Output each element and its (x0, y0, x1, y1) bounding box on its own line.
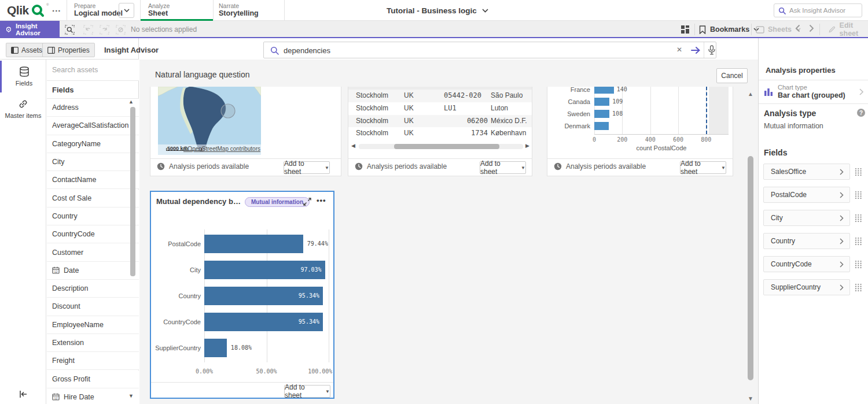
bar-chart-card[interactable]: 0200400600800France140Canada109Sweden108… (547, 87, 733, 176)
main-scrollbar-thumb[interactable] (748, 156, 753, 380)
qlik-logo[interactable]: Qlik ® (7, 3, 29, 18)
properties-toggle-button[interactable]: Properties (42, 43, 95, 57)
edit-sheet-button[interactable]: Edit sheet (829, 23, 868, 36)
field-chip-country[interactable]: Country (763, 233, 850, 249)
bar-postalcode[interactable] (204, 235, 303, 253)
add-to-sheet-button[interactable]: Add to sheet▼ (284, 385, 330, 398)
field-item-customer[interactable]: Customer (47, 243, 139, 261)
nav-prepare-dropdown[interactable] (119, 3, 134, 18)
global-search[interactable]: Ask Insight Advisor (774, 3, 862, 17)
nav-prepare[interactable]: Prepare Logical model (74, 2, 123, 18)
bar-suppliercountry[interactable] (204, 339, 227, 357)
field-chip-label: Country (771, 237, 840, 245)
clear-query-icon[interactable]: ✕ (676, 46, 682, 54)
rail-item-fields[interactable]: Fields (0, 61, 46, 92)
clear-selections-button[interactable] (113, 23, 127, 36)
field-item-label: Address (52, 103, 79, 112)
add-to-sheet-label: Add to sheet (285, 383, 322, 399)
fields-scrollbar-thumb[interactable] (130, 107, 135, 276)
sheets-label: Sheets (768, 25, 792, 34)
drag-handle-icon[interactable] (855, 168, 862, 179)
nlq-search-box[interactable]: dependencies ✕ (263, 42, 716, 58)
add-to-sheet-button[interactable]: Add to sheet▼ (284, 161, 330, 174)
search-assets-input[interactable]: Search assets (47, 60, 139, 81)
drag-handle-icon[interactable] (855, 260, 862, 271)
hscroll-right-arrow[interactable]: ▶ (525, 143, 529, 149)
drag-handle-icon[interactable] (855, 283, 862, 294)
field-item-label: Freight (52, 357, 75, 365)
map-chart-card[interactable]: 5000 km ©OpenStreetMap contributors Anal… (150, 87, 341, 176)
field-item-contactname[interactable]: ContactName (47, 171, 139, 189)
field-item-freight[interactable]: Freight (47, 352, 139, 370)
chart-suggestions-button[interactable] (678, 23, 692, 36)
prev-sheet-button[interactable] (795, 24, 800, 35)
field-item-country[interactable]: Country (47, 207, 139, 225)
field-chip-countrycode[interactable]: CountryCode (763, 256, 850, 272)
field-chip-suppliercountry[interactable]: SupplierCountry (763, 279, 850, 295)
table-cell: UK (404, 90, 442, 102)
bar-sweden[interactable] (594, 110, 609, 118)
field-item-address[interactable]: Address (47, 99, 139, 117)
map-chart[interactable]: 5000 km ©OpenStreetMap contributors (158, 87, 261, 155)
table-row[interactable]: StockholmUKLU1Luton (348, 102, 532, 115)
table-row[interactable]: StockholmUK05442-020São Paulo (348, 90, 532, 102)
microphone-icon[interactable] (708, 45, 715, 55)
redo-selection-button[interactable] (97, 23, 111, 36)
nav-narrate[interactable]: Narrate Storytelling (219, 2, 259, 18)
rail-item-master-items[interactable]: Master items (0, 94, 46, 123)
submit-query-icon[interactable] (691, 46, 700, 54)
smart-search-button[interactable] (62, 23, 76, 36)
field-item-city[interactable]: City (47, 153, 139, 171)
assets-panel-icon (11, 47, 19, 54)
field-item-gross-profit[interactable]: Gross Profit (47, 370, 139, 388)
bar-canada[interactable] (594, 98, 609, 106)
field-item-cost-of-sale[interactable]: Cost of Sale (47, 190, 139, 207)
field-item-description[interactable]: Description (47, 280, 139, 298)
bookmarks-button[interactable]: Bookmarks (699, 23, 759, 36)
table-row[interactable]: StockholmUK06200México D.F. (348, 115, 532, 128)
field-chip-salesoffice[interactable]: SalesOffice (763, 164, 850, 180)
drag-handle-icon[interactable] (855, 237, 862, 248)
bookmark-icon (699, 25, 706, 34)
undo-icon (83, 25, 93, 35)
field-item-hire-date[interactable]: 12Hire Date (47, 388, 139, 404)
main-scroll-down[interactable]: ▼ (748, 395, 753, 402)
mutual-dependency-card[interactable]: Mutual dependency bet... Mutual informat… (150, 191, 334, 399)
field-item-discount[interactable]: Discount (47, 298, 139, 316)
fields-scroll-up[interactable]: ▲ (128, 99, 134, 105)
table-row[interactable]: StockholmUK1734København (348, 127, 532, 140)
main-scroll-up[interactable]: ▲ (748, 91, 753, 97)
search-assets-placeholder: Search assets (52, 66, 98, 74)
bar-france[interactable] (594, 87, 614, 94)
field-chip-city[interactable]: City (763, 210, 850, 226)
bar-denmark[interactable] (594, 122, 609, 130)
collapse-panel-button[interactable] (17, 388, 29, 400)
chevron-right-icon (840, 261, 844, 268)
hscroll-left-arrow[interactable]: ◀ (351, 143, 355, 149)
table-chart-card[interactable]: StockholmUK05442-020São PauloStockholmUK… (348, 87, 532, 176)
hscroll-thumb[interactable] (394, 144, 499, 149)
field-item-extension[interactable]: Extension (47, 334, 139, 352)
drag-handle-icon[interactable] (855, 214, 862, 225)
map-attribution-link[interactable]: ©OpenStreetMap contributors (183, 146, 260, 152)
field-item-date[interactable]: 12Date (47, 262, 139, 280)
add-to-sheet-button[interactable]: Add to sheet▼ (480, 161, 526, 174)
undo-selection-button[interactable] (81, 23, 95, 36)
bookmarks-label: Bookmarks (710, 25, 749, 34)
add-to-sheet-button[interactable]: Add to sheet▼ (680, 161, 726, 174)
insight-advisor-button[interactable]: Insight Advisor (0, 21, 60, 38)
next-sheet-button[interactable] (809, 24, 814, 35)
cancel-button[interactable]: Cancel (716, 68, 748, 83)
field-item-categoryname[interactable]: CategoryName (47, 135, 139, 153)
field-item-countrycode[interactable]: CountryCode (47, 225, 139, 243)
field-item-employeename[interactable]: EmployeeName (47, 316, 139, 334)
drag-handle-icon[interactable] (855, 191, 862, 202)
field-item-averagecallsatisfaction[interactable]: AverageCallSatisfaction (47, 117, 139, 135)
logo-overflow-menu[interactable]: ... (52, 3, 61, 13)
sheets-button[interactable]: Sheets (756, 23, 801, 36)
field-chip-postalcode[interactable]: PostalCode (763, 187, 850, 203)
nav-analyze[interactable]: Analyze Sheet (148, 2, 170, 18)
assets-toggle-button[interactable]: Assets (6, 43, 47, 57)
app-title-menu[interactable]: Tutorial - Business logic (387, 0, 488, 21)
fields-scroll-down[interactable]: ▼ (128, 393, 134, 399)
